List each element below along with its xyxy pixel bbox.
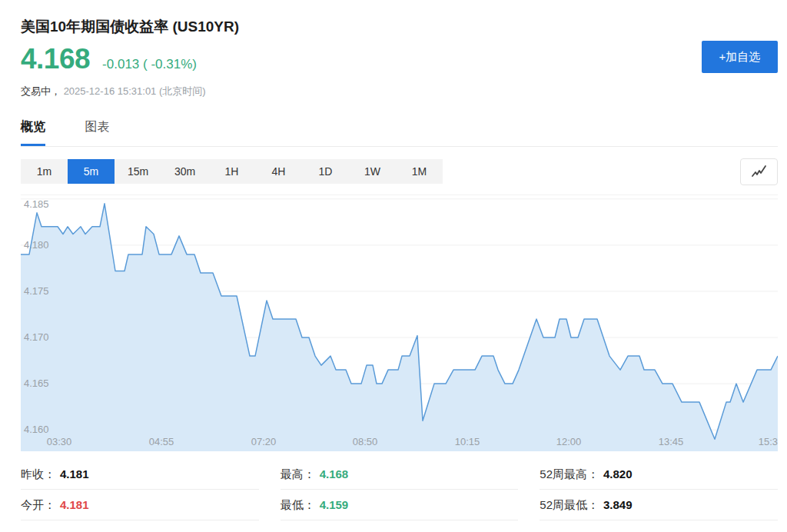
price-row: 4.168 -0.013 ( -0.31%) [21,43,197,75]
y-axis-label: 4.165 [24,377,49,389]
stats-column: 昨收：4.181 今开：4.181 [21,459,259,520]
timeframe-1h[interactable]: 1H [208,159,255,184]
trading-status: 交易中， 2025-12-16 15:31:01 (北京时间) [21,85,206,98]
y-axis-label: 4.180 [24,239,49,251]
quote-page: 美国10年期国债收益率 (US10YR) 4.168 -0.013 ( -0.3… [0,0,787,532]
add-watchlist-button[interactable]: +加自选 [702,41,778,73]
stat-low: 最低：4.159 [281,490,519,520]
timeframe-1w[interactable]: 1W [349,159,396,184]
stat-52w-low: 52周最低：3.849 [540,490,778,520]
tab-bar: 概览 图表 [21,117,778,147]
stats-grid: 昨收：4.181 今开：4.181 最高：4.168 最低：4.159 52周最… [21,459,778,520]
chart-style-button[interactable] [740,158,778,185]
timeframe-30m[interactable]: 30m [161,159,208,184]
stats-column: 最高：4.168 最低：4.159 [281,459,519,520]
chart-toolbar: 1m 5m 15m 30m 1H 4H 1D 1W 1M [21,159,778,185]
stat-high: 最高：4.168 [281,459,519,490]
price-change: -0.013 ( -0.31%) [102,57,197,72]
timeframe-15m[interactable]: 15m [115,159,161,184]
timeframe-5m[interactable]: 5m [68,159,115,184]
price-chart[interactable]: 4.1854.1804.1754.1704.1654.16003:3004:55… [21,195,778,451]
chart-canvas [21,195,778,451]
y-axis-label: 4.170 [24,331,49,343]
y-axis-label: 4.185 [24,198,49,210]
x-axis-label: 10:15 [450,436,484,447]
stat-prev-close: 昨收：4.181 [21,459,259,490]
stat-open: 今开：4.181 [21,490,259,520]
trading-status-label: 交易中， [21,85,61,97]
trend-line-icon [749,164,769,181]
x-axis-label: 13:45 [654,436,688,447]
timeframe-1d[interactable]: 1D [302,159,349,184]
page-title: 美国10年期国债收益率 (US10YR) [21,17,239,37]
x-axis-label: 12:00 [552,436,586,447]
timeframe-1m[interactable]: 1m [21,159,68,184]
series-area [21,204,778,451]
x-axis-label: 15:30 [754,436,778,447]
x-axis-label: 04:55 [144,436,178,447]
tab-chart[interactable]: 图表 [85,117,109,146]
tab-overview[interactable]: 概览 [21,117,45,146]
timeframe-1m-month[interactable]: 1M [396,159,443,184]
stat-52w-high: 52周最高：4.820 [540,459,778,490]
x-axis-label: 07:20 [247,436,281,447]
y-axis-label: 4.160 [24,424,49,435]
timeframe-strip: 1m 5m 15m 30m 1H 4H 1D 1W 1M [21,159,443,184]
x-axis-label: 08:50 [348,436,382,447]
stats-column: 52周最高：4.820 52周最低：3.849 [540,459,778,520]
timeframe-4h[interactable]: 4H [255,159,302,184]
last-price: 4.168 [21,43,90,75]
quote-timestamp: 2025-12-16 15:31:01 (北京时间) [64,85,206,97]
y-axis-label: 4.175 [24,285,49,297]
x-axis-label: 03:30 [42,436,76,447]
